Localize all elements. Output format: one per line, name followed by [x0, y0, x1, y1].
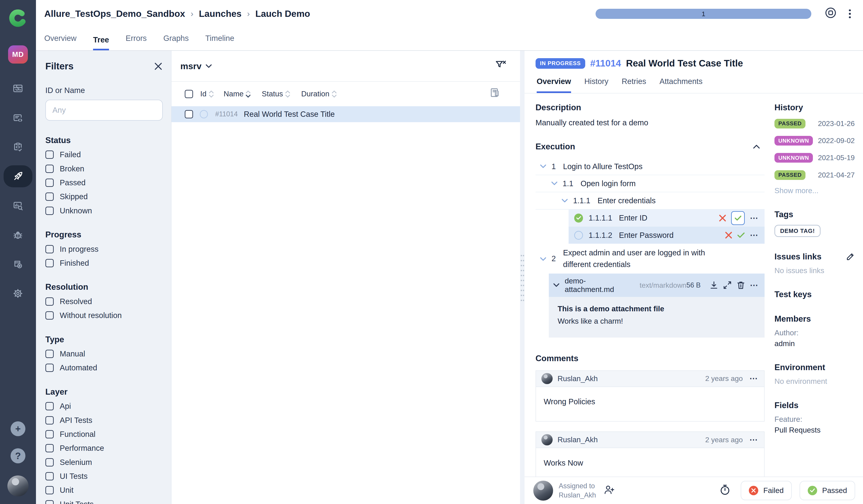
launch-progress-bar[interactable]: 1	[596, 9, 811, 18]
expand-icon[interactable]	[723, 281, 731, 289]
filter-option[interactable]: Unit Tests	[46, 500, 162, 504]
execution-step[interactable]: 1.1.1 Enter credentials	[536, 192, 765, 209]
sort-icons-active[interactable]	[246, 90, 251, 99]
history-entry[interactable]: UNKNOWN 2022-09-02	[774, 135, 855, 147]
chevron-down-icon[interactable]	[561, 198, 568, 203]
checkbox[interactable]	[46, 416, 54, 425]
filter-option[interactable]: Resolved	[46, 297, 162, 306]
filter-option[interactable]: API Tests	[46, 416, 162, 425]
filter-option[interactable]: Api	[46, 402, 162, 411]
comment-author[interactable]: Ruslan_Akh	[558, 436, 598, 444]
filter-option[interactable]: In progress	[46, 245, 162, 254]
filter-option[interactable]: Unknown	[46, 206, 162, 215]
filter-option[interactable]: Passed	[46, 178, 162, 187]
checkbox[interactable]	[46, 259, 54, 267]
mark-failed-icon[interactable]	[719, 215, 726, 222]
detail-tab-retries[interactable]: Retries	[622, 77, 646, 93]
tag-chip[interactable]: DEMO TAG!	[774, 225, 821, 237]
execution-step[interactable]: 1 Login to Allure TestOps	[536, 158, 765, 175]
detail-tab-attachments[interactable]: Attachments	[659, 77, 702, 93]
clear-filters-button[interactable]	[495, 60, 507, 73]
checkbox[interactable]	[46, 193, 54, 201]
sidebar-item-test-cases[interactable]	[3, 108, 32, 127]
chevron-down-icon[interactable]	[205, 64, 212, 68]
filter-option[interactable]: Performance	[46, 444, 162, 453]
sidebar-item-dashboards[interactable]	[3, 79, 32, 98]
attachment-row[interactable]: demo-attachment.md text/markdown 56 B ⋯	[549, 274, 765, 297]
timer-button[interactable]	[719, 483, 731, 498]
checkbox[interactable]	[46, 472, 54, 480]
group-selector[interactable]: msrv	[180, 61, 201, 71]
checkbox[interactable]	[46, 444, 54, 452]
more-menu-button[interactable]	[849, 10, 851, 18]
sidebar-item-test-review[interactable]	[3, 138, 32, 157]
passed-button[interactable]: Passed	[800, 481, 855, 500]
filter-option[interactable]: Skipped	[46, 192, 162, 201]
filter-option[interactable]: Broken	[46, 164, 162, 173]
select-all-checkbox[interactable]	[185, 90, 193, 98]
filter-option[interactable]: Without resolution	[46, 311, 162, 320]
tab-tree[interactable]: Tree	[93, 36, 109, 50]
row-checkbox[interactable]	[185, 110, 193, 118]
sidebar-item-settings[interactable]	[3, 284, 32, 303]
filter-option[interactable]: Automated	[46, 363, 162, 372]
comment-more-button[interactable]: ⋯	[750, 437, 759, 443]
tab-overview[interactable]: Overview	[44, 34, 77, 50]
sidebar-item-jobs[interactable]	[3, 255, 32, 274]
breadcrumb-launch[interactable]: Lauch Demo	[255, 9, 310, 19]
checkbox[interactable]	[46, 165, 54, 173]
sort-icons[interactable]	[209, 90, 214, 99]
show-more-link[interactable]: Show more...	[774, 186, 855, 195]
sidebar-item-analytics[interactable]	[3, 196, 32, 215]
create-button[interactable]: +	[11, 421, 25, 436]
id-or-name-input[interactable]	[46, 100, 163, 121]
tab-errors[interactable]: Errors	[126, 34, 147, 50]
assignee-avatar[interactable]	[533, 481, 553, 501]
edit-pencil-icon[interactable]	[846, 252, 855, 261]
step-more-button[interactable]: ⋯	[750, 216, 759, 221]
sidebar-item-defects[interactable]	[3, 225, 32, 244]
checkbox[interactable]	[46, 179, 54, 187]
checkbox[interactable]	[46, 500, 54, 504]
execution-step[interactable]: 1.1 Open login form	[536, 175, 765, 192]
project-badge[interactable]: MD	[8, 46, 28, 64]
execution-step[interactable]: 2 Expect admin and user are logged in wi…	[536, 244, 765, 274]
checkbox[interactable]	[46, 430, 54, 438]
checkbox[interactable]	[46, 311, 54, 320]
mark-failed-icon[interactable]	[725, 232, 732, 239]
step-more-button[interactable]: ⋯	[750, 232, 759, 238]
comment-author[interactable]: Ruslan_Akh	[558, 374, 598, 383]
mark-passed-icon[interactable]	[737, 232, 745, 238]
checkbox[interactable]	[46, 486, 54, 494]
filter-option[interactable]: Unit	[46, 486, 162, 494]
tab-timeline[interactable]: Timeline	[205, 34, 234, 50]
checkbox[interactable]	[46, 245, 54, 253]
collapse-chevron-up-icon[interactable]	[753, 144, 760, 149]
history-entry[interactable]: UNKNOWN 2021-05-19	[774, 152, 855, 164]
download-icon[interactable]	[710, 281, 718, 289]
mark-passed-button[interactable]	[731, 211, 745, 225]
sort-icons[interactable]	[285, 90, 290, 99]
allure-logo-icon[interactable]	[8, 8, 28, 29]
stop-launch-button[interactable]	[825, 7, 837, 21]
chevron-down-icon[interactable]	[551, 181, 558, 186]
column-header-duration[interactable]: Duration	[301, 90, 329, 98]
filter-option[interactable]: UI Tests	[46, 472, 162, 481]
checkbox[interactable]	[46, 207, 54, 215]
chevron-down-icon[interactable]	[540, 257, 547, 261]
detail-tab-history[interactable]: History	[584, 77, 608, 93]
comment-more-button[interactable]: ⋯	[750, 376, 759, 382]
tab-graphs[interactable]: Graphs	[163, 34, 189, 50]
sidebar-item-launches[interactable]	[3, 165, 32, 187]
help-button[interactable]: ?	[11, 448, 25, 463]
column-header-status[interactable]: Status	[262, 90, 283, 98]
panel-resize-handle[interactable]	[520, 51, 525, 504]
history-entry[interactable]: PASSED 2021-04-27	[774, 169, 855, 181]
filter-option[interactable]: Failed	[46, 150, 162, 159]
history-entry[interactable]: PASSED 2023-01-26	[774, 118, 855, 129]
trash-icon[interactable]	[737, 281, 745, 289]
user-avatar[interactable]	[8, 476, 28, 496]
checkbox[interactable]	[46, 350, 54, 358]
checkbox[interactable]	[46, 297, 54, 306]
column-header-name[interactable]: Name	[224, 90, 243, 98]
